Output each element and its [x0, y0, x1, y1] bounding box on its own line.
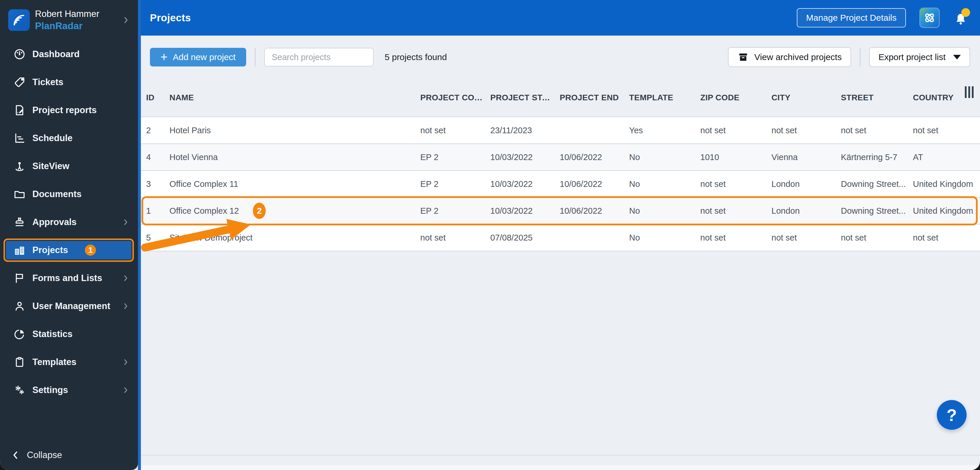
help-button[interactable]: ?: [937, 400, 967, 430]
sidebar-nav: Dashboard Tickets: [0, 40, 138, 404]
column-header-id[interactable]: ID: [146, 93, 169, 102]
chevron-left-icon: [11, 450, 21, 460]
sidebar-item-dashboard[interactable]: Dashboard: [0, 40, 138, 68]
sidebar-item-documents[interactable]: Documents: [0, 180, 138, 208]
cell-project-start: 23/11/2023: [490, 125, 560, 135]
toolbar-divider: [255, 48, 256, 66]
sidebar-item-tickets[interactable]: Tickets: [0, 68, 138, 96]
export-label: Export project list: [878, 52, 946, 62]
cell-id: 2: [146, 125, 169, 135]
cell-project-end: 10/06/2022: [560, 152, 629, 162]
planradar-logo: [8, 10, 30, 31]
cell-id: 5: [146, 233, 169, 243]
chevron-right-icon: [122, 302, 130, 310]
main-content: Projects Manage Project Details: [141, 0, 980, 470]
sidebar-item-settings[interactable]: Settings: [0, 376, 138, 404]
question-mark-icon: ?: [947, 405, 957, 425]
notifications-button[interactable]: [953, 9, 968, 27]
column-header-zip-code[interactable]: ZIP CODE: [700, 93, 772, 102]
user-icon: [13, 300, 26, 313]
sidebar-item-user-management[interactable]: User Management: [0, 292, 138, 320]
sidebar-item-statistics[interactable]: Statistics: [0, 320, 138, 348]
sidebar-item-approvals[interactable]: Approvals: [0, 208, 138, 236]
page-title: Projects: [150, 12, 191, 24]
sidebar-item-schedule[interactable]: Schedule: [0, 124, 138, 152]
buildings-icon: [13, 244, 26, 257]
sidebar-item-label: SiteView: [32, 161, 69, 171]
table-row[interactable]: 4 Hotel Vienna EP 2 10/03/2022 10/06/202…: [141, 143, 980, 170]
cell-zip: not set: [700, 206, 772, 216]
cell-id: 4: [146, 152, 169, 162]
org-name: PlanRadar: [35, 20, 99, 32]
cell-project-end: 10/06/2022: [560, 179, 629, 189]
person-pin-icon: [13, 160, 26, 173]
sidebar-item-templates[interactable]: Templates: [0, 348, 138, 376]
table-row-highlighted[interactable]: 1 Office Complex 12 2 EP 2 10/03/2022 10…: [141, 197, 980, 224]
cell-template: No: [629, 233, 700, 243]
column-header-street[interactable]: STREET: [841, 93, 913, 102]
step-badge-1: 1: [85, 245, 96, 256]
cell-project-code: EP 2: [420, 152, 490, 162]
add-new-project-label: Add new project: [173, 52, 235, 62]
column-header-project-end[interactable]: PROJECT END: [560, 93, 629, 102]
sidebar: Robert Hammer PlanRadar Dashboard: [0, 0, 138, 470]
manage-project-details-button[interactable]: Manage Project Details: [797, 8, 906, 27]
cell-project-start: 10/03/2022: [490, 206, 560, 216]
table-row[interactable]: 2 Hotel Paris not set 23/11/2023 Yes not…: [141, 117, 980, 143]
cell-project-code: not set: [420, 233, 490, 243]
add-new-project-button[interactable]: + Add new project: [150, 48, 246, 67]
view-archived-projects-button[interactable]: View archived projects: [728, 47, 851, 67]
sidebar-item-siteview[interactable]: SiteView: [0, 152, 138, 180]
column-header-name[interactable]: NAME: [169, 93, 420, 102]
cell-project-start: 10/03/2022: [490, 179, 560, 189]
collapse-button[interactable]: Collapse: [0, 448, 62, 462]
user-name: Robert Hammer: [35, 8, 99, 20]
cell-name: Office Complex 11: [169, 179, 420, 189]
sidebar-item-label: Project reports: [32, 105, 97, 116]
cell-city: London: [772, 179, 841, 189]
sidebar-item-label: Tickets: [32, 77, 63, 87]
column-header-project-start[interactable]: PROJECT START: [490, 93, 560, 102]
chevron-right-icon: [122, 386, 130, 394]
view-archived-label: View archived projects: [754, 52, 842, 62]
sidebar-item-label: Approvals: [32, 217, 77, 227]
column-header-project-code[interactable]: PROJECT CODE: [420, 93, 490, 102]
cell-project-code: EP 2: [420, 206, 490, 216]
column-settings-icon[interactable]: [965, 86, 974, 98]
cell-street: Downing Street...: [841, 179, 913, 189]
sidebar-item-label: Projects: [32, 245, 68, 256]
cell-name: Office Complex 12 2: [169, 203, 420, 219]
cell-city: not set: [772, 233, 841, 243]
sidebar-edge-accent: [138, 0, 141, 470]
sidebar-item-projects[interactable]: Projects 1: [3, 238, 134, 262]
cell-zip: not set: [700, 125, 772, 135]
cell-template: No: [629, 206, 700, 216]
cell-zip: 1010: [700, 152, 772, 162]
sidebar-item-label: Templates: [32, 357, 76, 367]
toolbar-divider: [860, 48, 861, 66]
cell-city: Vienna: [772, 152, 841, 162]
cell-street: not set: [841, 125, 913, 135]
export-project-list-button[interactable]: Export project list: [869, 47, 970, 67]
cell-project-end: 10/06/2022: [560, 206, 629, 216]
gauge-icon: [13, 48, 26, 60]
column-header-template[interactable]: TEMPLATE: [629, 93, 700, 102]
pie-icon: [13, 328, 26, 341]
sidebar-item-project-reports[interactable]: Project reports: [0, 96, 138, 124]
cell-street: Kärtnerring 5-7: [841, 152, 913, 162]
column-header-city[interactable]: CITY: [772, 93, 841, 102]
cell-country: United Kingdom: [913, 206, 980, 216]
manage-project-details-label: Manage Project Details: [806, 13, 897, 23]
table-row[interactable]: 3 Office Complex 11 EP 2 10/03/2022 10/0…: [141, 170, 980, 197]
table-row[interactable]: 5 SiteView Demoproject not set 07/08/202…: [141, 224, 980, 251]
account-switcher[interactable]: Robert Hammer PlanRadar: [0, 0, 138, 40]
horizontal-scrollbar-track[interactable]: [141, 465, 980, 470]
search-projects-input[interactable]: [264, 48, 374, 67]
sidebar-item-forms-and-lists[interactable]: Forms and Lists: [0, 264, 138, 292]
cell-project-code: not set: [420, 125, 490, 135]
sidebar-item-label: Dashboard: [32, 49, 80, 59]
cell-template: No: [629, 179, 700, 189]
app-switcher-button[interactable]: [920, 8, 940, 28]
clipboard-icon: [13, 356, 26, 368]
report-icon: [13, 104, 26, 117]
